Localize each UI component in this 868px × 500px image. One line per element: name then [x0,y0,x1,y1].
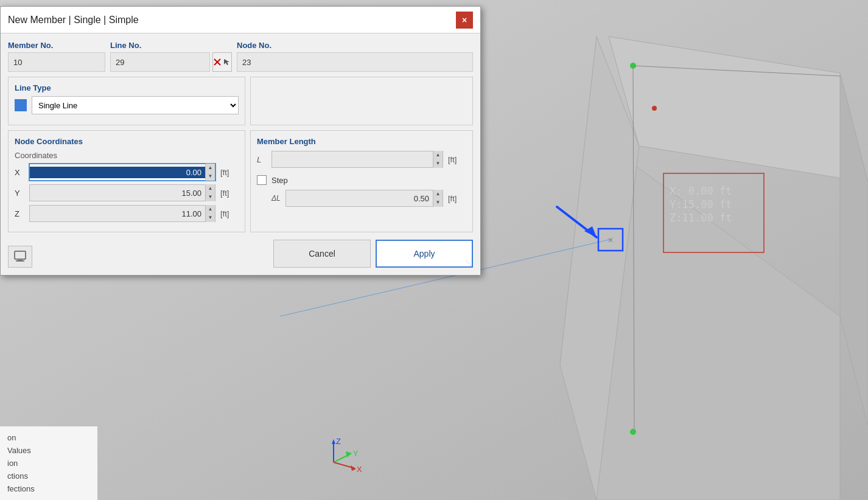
node-no-group: Node No. [237,41,473,72]
svg-text:✕: ✕ [607,236,614,245]
line-no-input[interactable] [110,52,210,72]
delta-input-wrapper: ▲ ▼ [285,190,443,207]
step-checkbox[interactable] [257,175,267,185]
z-input-wrapper: ▲ ▼ [29,205,215,222]
cursor-icon [223,58,231,66]
node-no-label: Node No. [237,41,473,50]
line-type-select[interactable]: Single Line Continuous Arc [32,96,239,114]
line-no-label: Line No. [110,41,232,50]
sidebar-item-ion[interactable]: ion [7,457,90,470]
line-type-color-swatch [15,99,27,111]
svg-text:Z: Z [336,437,341,446]
x-spin-up[interactable]: ▲ [205,164,215,172]
dialog-footer: Cancel Apply ⋱ [8,240,473,268]
y-coord-input[interactable] [30,187,205,199]
blank-panel [250,77,473,125]
l-input-wrapper: ▲ ▼ [271,151,443,168]
y-spin-up[interactable]: ▲ [205,184,215,193]
line-no-clear-button[interactable] [212,52,232,72]
x-axis-label: X [15,168,24,177]
new-member-dialog: New Member | Single | Simple × Member No… [0,6,481,276]
delta-spin-down[interactable]: ▼ [433,198,443,207]
delta-input[interactable] [286,193,433,204]
svg-point-8 [652,106,657,111]
dialog-title: New Member | Single | Simple [8,15,139,26]
svg-marker-30 [224,59,229,65]
l-unit: [ft] [448,155,466,164]
y-unit: [ft] [220,189,239,198]
y-input-wrapper: ▲ ▼ [29,184,215,201]
clear-icon [213,58,222,66]
x-spin-down[interactable]: ▼ [205,172,215,181]
coordinates-title: Node Coordinates [15,137,239,146]
y-axis-label: Y [15,189,24,198]
sidebar-item-fections[interactable]: fections [7,482,90,495]
line-no-group: Line No. [110,41,232,72]
svg-rect-31 [15,251,26,259]
length-l-row: L ▲ ▼ [ft] [257,151,466,168]
z-spin-up[interactable]: ▲ [205,205,215,214]
middle-row: Line Type Single Line Continuous Arc [8,77,473,125]
bottom-row: Node Coordinates Coordinates X ▲ ▼ [ft] [8,130,473,232]
node-no-input[interactable] [237,52,473,72]
l-spin-down[interactable]: ▼ [433,159,443,168]
monitor-icon [13,249,27,264]
svg-point-7 [630,429,636,435]
coordinates-sublabel: Coordinates [15,151,239,160]
sidebar-item-ctions[interactable]: ctions [7,470,90,482]
coordinates-panel: Node Coordinates Coordinates X ▲ ▼ [ft] [8,130,245,232]
line-no-input-row [110,52,232,72]
resize-handle[interactable]: ⋱ [466,260,472,266]
delta-spin-up[interactable]: ▲ [433,190,443,198]
l-input[interactable] [272,154,433,165]
close-button[interactable]: × [456,12,473,29]
y-spin-buttons: ▲ ▼ [205,184,215,201]
delta-label: ΔL [271,194,281,203]
l-spin-up[interactable]: ▲ [433,151,443,159]
delta-unit: [ft] [448,194,466,203]
l-spin-buttons: ▲ ▼ [433,151,443,168]
sidebar-item-on: on [7,431,90,444]
delta-spin-buttons: ▲ ▼ [433,190,443,207]
svg-text:X: X [357,465,362,474]
x-input-wrapper: ▲ ▼ [29,164,215,181]
member-no-input[interactable] [8,52,105,72]
member-no-group: Member No. [8,41,105,72]
sidebar-item-values[interactable]: Values [7,444,90,457]
member-no-label: Member No. [8,41,105,50]
svg-text:Y: Y [353,449,359,458]
coord-y-row: Y ▲ ▼ [ft] [15,184,239,201]
coord-z-row: Z ▲ ▼ [ft] [15,205,239,222]
z-unit: [ft] [220,209,239,218]
svg-text:Y:15.00 ft: Y:15.00 ft [670,198,732,210]
y-spin-down[interactable]: ▼ [205,193,215,201]
x-unit: [ft] [220,168,239,177]
x-coord-input[interactable] [30,167,205,178]
x-spin-buttons: ▲ ▼ [205,164,215,181]
line-type-select-row: Single Line Continuous Arc [15,96,239,114]
step-row: Step [257,175,466,185]
member-length-panel: Member Length L ▲ ▼ [ft] [250,130,473,232]
coord-x-row: X ▲ ▼ [ft] [15,164,239,181]
z-spin-down[interactable]: ▼ [205,214,215,222]
l-label: L [257,155,267,164]
cancel-button[interactable]: Cancel [273,240,371,268]
dialog-body: Member No. Line No. [1,33,480,275]
top-row: Member No. Line No. [8,41,473,72]
svg-text:Z:11.00 ft: Z:11.00 ft [670,212,732,224]
z-coord-input[interactable] [30,208,205,220]
line-type-label: Line Type [15,83,51,92]
line-type-panel: Line Type Single Line Continuous Arc [8,77,245,125]
member-length-title: Member Length [257,137,466,146]
z-spin-buttons: ▲ ▼ [205,205,215,222]
dialog-overlay: New Member | Single | Simple × Member No… [0,0,481,378]
dialog-titlebar: New Member | Single | Simple × [1,7,480,33]
sidebar-panel: on Values ion ctions fections [0,426,97,500]
apply-button[interactable]: Apply [376,240,473,268]
delta-row: ΔL ▲ ▼ [ft] [257,190,466,207]
svg-text:X:  0.00 ft: X: 0.00 ft [670,185,732,197]
z-axis-label: Z [15,209,24,218]
step-label: Step [271,176,288,185]
icon-button[interactable] [8,246,32,268]
action-buttons: Cancel Apply [273,240,473,268]
